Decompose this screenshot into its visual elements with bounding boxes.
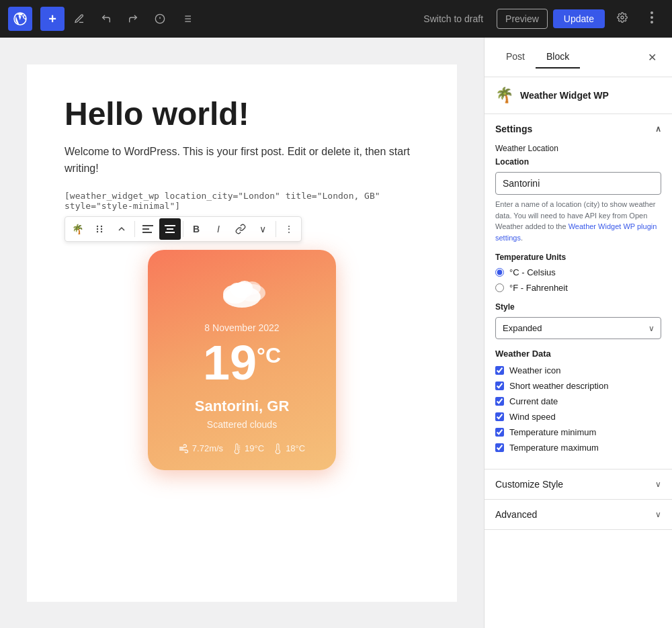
advanced-chevron-icon: ∨ (655, 510, 661, 519)
weather-icon-checkbox-item[interactable]: Weather icon (495, 365, 661, 375)
block-icon: 🌴 (495, 87, 513, 104)
svg-point-11 (650, 11, 653, 14)
short-desc-checkbox-item[interactable]: Short weather description (495, 381, 661, 391)
svg-point-12 (650, 16, 653, 19)
weather-stats: 7.72m/s 19°C 18°C (179, 443, 305, 454)
advanced-label: Advanced (495, 509, 537, 520)
fahrenheit-label: °F - Fahrenheit (509, 283, 568, 293)
bold-button[interactable]: B (185, 218, 207, 240)
style-select[interactable]: Expanded Minimal Compact (495, 317, 661, 339)
link-button[interactable] (230, 218, 251, 240)
editor-content: Hello world! Welcome to WordPress. This … (27, 64, 457, 602)
short-desc-checkbox[interactable] (495, 382, 504, 390)
fahrenheit-radio[interactable] (495, 283, 504, 292)
current-date-checkbox[interactable] (495, 397, 504, 406)
sidebar: Post Block ✕ 🌴 Weather Widget WP Setting… (484, 38, 672, 628)
temp-min-checkbox[interactable] (495, 428, 504, 437)
post-body[interactable]: Welcome to WordPress. This is your first… (65, 143, 419, 177)
temp-max-checkbox-item[interactable]: Temperature maximum (495, 443, 661, 453)
sidebar-close-button[interactable]: ✕ (642, 48, 661, 66)
undo-button[interactable] (94, 7, 118, 31)
customize-style-header[interactable]: Customize Style ∨ (485, 469, 672, 499)
weather-description: Scattered clouds (207, 419, 277, 430)
align-left-button[interactable] (137, 218, 159, 240)
block-more-button[interactable]: ⋮ (278, 218, 300, 240)
details-button[interactable] (148, 7, 172, 31)
svg-rect-21 (142, 228, 149, 230)
weather-location-group: Weather Location Location Enter a name o… (495, 144, 661, 243)
location-hint: Enter a name of a location (city) to sho… (495, 199, 661, 243)
short-desc-checkbox-label: Short weather description (509, 381, 608, 391)
block-info: 🌴 Weather Widget WP (485, 77, 672, 114)
align-center-button[interactable] (159, 218, 181, 240)
weather-city: Santorini, GR (195, 398, 290, 415)
celsius-radio[interactable] (495, 268, 504, 277)
location-field-label: Location (495, 157, 661, 167)
weather-icon-checkbox-label: Weather icon (509, 365, 560, 375)
style-select-wrapper: Expanded Minimal Compact ∨ (495, 317, 661, 339)
wind-speed-checkbox-label: Wind speed (509, 412, 556, 422)
svg-point-32 (243, 281, 261, 295)
weather-icon-checkbox[interactable] (495, 366, 504, 375)
svg-rect-23 (165, 225, 175, 226)
block-type-icon-button[interactable]: 🌴 (67, 218, 88, 240)
weather-card: 8 November 2022 19°C Santorini, GR Scatt… (148, 250, 336, 470)
temp-min-checkbox-label: Temperature minimum (509, 427, 596, 437)
advanced-header[interactable]: Advanced ∨ (485, 500, 672, 529)
preview-button[interactable]: Preview (497, 9, 548, 29)
settings-label: Settings (495, 124, 532, 134)
wordpress-logo[interactable] (8, 7, 32, 31)
temp-current-stat: 19°C (234, 443, 264, 454)
svg-rect-20 (142, 225, 153, 226)
more-options-chevron[interactable]: ∨ (252, 218, 274, 240)
temp-min-checkbox-item[interactable]: Temperature minimum (495, 427, 661, 437)
weather-data-label: Weather Data (495, 349, 661, 359)
svg-point-16 (97, 228, 98, 230)
weather-date: 8 November 2022 (204, 322, 279, 333)
switch-to-draft-button[interactable]: Switch to draft (415, 9, 491, 28)
move-up-down-button[interactable] (111, 218, 132, 240)
italic-button[interactable]: I (208, 218, 229, 240)
wind-speed-checkbox[interactable] (495, 412, 504, 421)
post-title[interactable]: Hello world! (65, 97, 419, 132)
sidebar-tabs-header: Post Block ✕ (485, 38, 672, 77)
add-block-button[interactable]: + (40, 7, 65, 31)
weather-cloud-icon (215, 271, 269, 312)
list-view-button[interactable] (175, 7, 199, 31)
settings-section: Settings ∧ Weather Location Location Ent… (485, 114, 672, 469)
celsius-label: °C - Celsius (509, 267, 556, 277)
redo-button[interactable] (121, 7, 145, 31)
wind-speed-checkbox-item[interactable]: Wind speed (495, 412, 661, 422)
main-area: Hello world! Welcome to WordPress. This … (0, 38, 672, 628)
temp-current-value: 19°C (245, 443, 264, 453)
tab-post[interactable]: Post (495, 46, 536, 69)
fahrenheit-option[interactable]: °F - Fahrenheit (495, 283, 661, 293)
current-date-checkbox-item[interactable]: Current date (495, 396, 661, 406)
temp-units-label: Temperature Units (495, 253, 661, 262)
settings-section-header[interactable]: Settings ∧ (485, 114, 672, 144)
tools-button[interactable] (67, 7, 91, 31)
temp-max-checkbox-label: Temperature maximum (509, 443, 599, 453)
drag-handle-button[interactable] (89, 218, 110, 240)
update-button[interactable]: Update (553, 9, 605, 28)
temp-min-value: 18°C (286, 443, 305, 453)
svg-point-14 (97, 226, 98, 227)
more-options-button[interactable] (640, 7, 664, 31)
temp-min-stat: 18°C (275, 443, 305, 454)
style-label: Style (495, 302, 661, 312)
advanced-section: Advanced ∨ (485, 500, 672, 530)
location-input[interactable] (495, 172, 661, 195)
svg-point-15 (101, 226, 102, 227)
top-toolbar: + Switch to draft Preview Update (0, 0, 672, 38)
tab-block[interactable]: Block (536, 46, 580, 69)
block-toolbar: 🌴 B I ∨ (65, 216, 302, 242)
temp-max-checkbox[interactable] (495, 443, 504, 452)
wind-speed-value: 7.72m/s (192, 443, 223, 453)
celsius-option[interactable]: °C - Celsius (495, 267, 661, 277)
shortcode-text[interactable]: [weather_widget_wp location_city="London… (65, 191, 419, 211)
svg-point-18 (97, 231, 98, 232)
settings-button[interactable] (610, 7, 634, 31)
customize-style-section: Customize Style ∨ (485, 469, 672, 500)
weather-data-checkboxes: Weather icon Short weather description C… (495, 365, 661, 453)
temp-units-group: Temperature Units °C - Celsius °F - Fahr… (495, 253, 661, 293)
